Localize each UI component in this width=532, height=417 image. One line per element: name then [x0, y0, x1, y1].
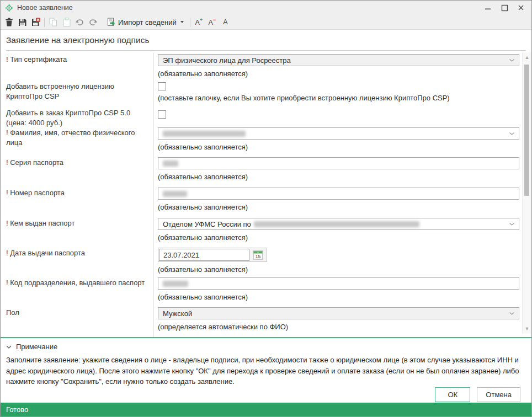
save-close-icon — [31, 18, 40, 26]
passport-number-input[interactable] — [158, 188, 519, 200]
full-name-select[interactable] — [158, 127, 519, 140]
chevron-down-icon — [509, 312, 514, 315]
field-label: Пол — [1, 306, 154, 337]
note-header[interactable]: Примечание — [6, 343, 526, 351]
field-hint: (обязательно заполняется) — [158, 143, 519, 151]
field-label: Добавить встроенную лицензию КриптоПро C… — [1, 79, 154, 106]
scrollbar-thumb[interactable] — [524, 65, 529, 196]
toolbar-separator — [44, 18, 45, 27]
certificate-type-select[interactable]: ЭП физического лица для Росреестра — [158, 54, 519, 66]
field-label: ! Серия паспорта — [1, 156, 154, 186]
redacted-value — [163, 131, 246, 137]
chevron-down-icon — [180, 21, 184, 23]
calendar-icon: 15 — [253, 250, 263, 260]
form-row-passport-issue-date: ! Дата выдачи паспорта 23.07.2021 15 — [1, 246, 523, 276]
import-button-label: Импорт сведений — [118, 18, 177, 26]
undo-button[interactable] — [73, 16, 86, 28]
minimize-icon[interactable] — [480, 2, 496, 14]
save-and-close-button[interactable] — [29, 16, 42, 28]
title-bar: Новое заявление — [1, 1, 531, 15]
field-label: ! Фамилия, имя, отчество физического лиц… — [1, 126, 154, 156]
form-row-passport-issued-by: ! Кем выдан паспорт Отделом УФМС России … — [1, 216, 523, 246]
font-increase-button[interactable]: A+ — [193, 16, 205, 28]
import-data-button[interactable]: Импорт сведений — [103, 16, 188, 28]
redacted-value — [163, 281, 188, 287]
trash-icon — [5, 18, 13, 26]
scroll-down-icon[interactable]: ▼ — [523, 325, 531, 333]
svg-text:15: 15 — [255, 253, 260, 259]
field-label: ! Код подразделения, выдавшего паспорт — [1, 276, 154, 306]
field-label: ! Дата выдачи паспорта — [1, 246, 154, 276]
redo-button[interactable] — [87, 16, 99, 28]
field-label: ! Кем выдан паспорт — [1, 216, 154, 246]
form-row-passport-series: ! Серия паспорта (обязательно заполняетс… — [1, 156, 523, 186]
passport-issued-by-select[interactable]: Отделом УФМС России по — [158, 218, 519, 230]
note-section: Примечание Заполните заявление: укажите … — [1, 337, 531, 387]
form-row-passport-number: ! Номер паспорта (обязательно заполняетс… — [1, 186, 523, 216]
paste-button[interactable] — [60, 16, 73, 28]
save-button[interactable] — [16, 16, 29, 28]
field-hint: (определяется автоматически по ФИО) — [158, 323, 519, 331]
content-area: Заявление на электронную подпись ! Тип с… — [1, 29, 531, 403]
subdivision-code-input[interactable] — [158, 277, 519, 290]
certificate-type-value: ЭП физического лица для Росреестра — [163, 56, 291, 65]
cancel-button[interactable]: Отмена — [477, 387, 520, 402]
font-increase-icon: A+ — [195, 18, 203, 26]
save-icon — [18, 18, 26, 26]
maximize-icon[interactable] — [496, 2, 513, 14]
form-panel: ! Тип сертификата ЭП физического лица дл… — [1, 52, 531, 337]
redacted-value — [254, 221, 419, 227]
field-hint: (обязательно заполняется) — [158, 70, 519, 78]
gender-value: Мужской — [163, 309, 192, 318]
note-title: Примечание — [16, 343, 57, 351]
redo-icon — [88, 18, 98, 26]
copy-button[interactable] — [47, 16, 60, 28]
form-row-full-name: ! Фамилия, имя, отчество физического лиц… — [1, 126, 523, 156]
passport-issue-date-field[interactable]: 23.07.2021 15 — [158, 248, 267, 262]
undo-icon — [75, 18, 84, 26]
vertical-scrollbar[interactable]: ▲ ▼ — [522, 52, 531, 334]
status-text: Готово — [6, 405, 28, 414]
form-row-gender: Пол Мужской (определяется автоматически … — [1, 306, 523, 337]
field-label: Добавить в заказ КриптоПро CSP 5.0 (цена… — [1, 106, 154, 126]
field-hint: (обязательно заполняется) — [158, 203, 519, 211]
paste-icon — [63, 18, 71, 26]
ok-button[interactable]: ОК — [435, 387, 470, 402]
field-hint: (поставьте галочку, если Вы хотите приоб… — [158, 94, 519, 102]
app-target-icon — [5, 4, 13, 12]
redacted-value — [163, 161, 178, 167]
field-hint: (обязательно заполняется) — [158, 293, 519, 301]
embedded-license-checkbox[interactable] — [158, 82, 166, 90]
page-title: Заявление на электронную подпись — [6, 35, 526, 51]
field-hint: (обязательно заполняется) — [158, 173, 519, 181]
date-input[interactable]: 23.07.2021 — [159, 249, 249, 261]
note-text: Заполните заявление: укажите сведения о … — [6, 355, 526, 387]
field-label: ! Номер паспорта — [1, 186, 154, 216]
window-controls — [480, 2, 529, 14]
issued-by-visible-text: Отделом УФМС России по — [163, 220, 251, 228]
close-icon[interactable] — [513, 2, 529, 14]
toolbar-separator — [190, 18, 190, 27]
delete-button[interactable] — [3, 16, 15, 28]
field-hint: (обязательно заполняется) — [158, 265, 519, 274]
field-label: ! Тип сертификата — [1, 52, 154, 79]
window-title: Новое заявление — [17, 4, 73, 12]
scroll-up-icon[interactable]: ▲ — [523, 54, 531, 61]
toolbar: Импорт сведений A+ A− A — [1, 15, 531, 29]
font-reset-icon: A — [223, 19, 227, 26]
form-row-csp5-order: Добавить в заказ КриптоПро CSP 5.0 (цена… — [1, 106, 523, 126]
passport-series-input[interactable] — [158, 157, 519, 169]
calendar-picker-button[interactable]: 15 — [249, 249, 266, 261]
font-decrease-button[interactable]: A− — [206, 16, 219, 28]
import-icon — [107, 18, 115, 26]
font-decrease-icon: A− — [208, 18, 216, 26]
field-hint: (обязательно заполняется) — [158, 233, 519, 242]
status-bar: Готово — [1, 403, 531, 416]
chevron-down-icon — [509, 223, 514, 226]
csp5-order-checkbox[interactable] — [158, 110, 166, 119]
gender-select[interactable]: Мужской — [158, 307, 519, 319]
footer-buttons: ОК Отмена — [1, 387, 531, 403]
form-row-subdivision-code: ! Код подразделения, выдавшего паспорт (… — [1, 276, 523, 306]
font-reset-button[interactable]: A — [219, 16, 232, 28]
copy-icon — [49, 18, 57, 26]
